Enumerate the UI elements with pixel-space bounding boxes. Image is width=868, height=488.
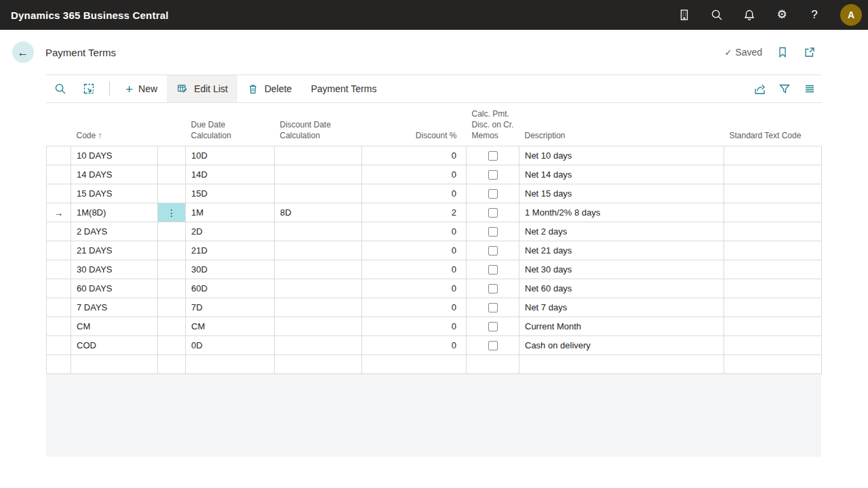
table-row[interactable]: → 30 DAYS ⋮ 30D 0 Net 30 days bbox=[47, 260, 822, 279]
calc-pmt-disc-checkbox[interactable] bbox=[488, 208, 498, 218]
back-button[interactable]: ← bbox=[12, 41, 34, 63]
table-row[interactable]: → ⋮ bbox=[47, 355, 822, 374]
cell-discount-date-calculation[interactable] bbox=[275, 279, 362, 298]
row-selector-cell[interactable]: → bbox=[47, 222, 71, 241]
calc-pmt-disc-checkbox[interactable] bbox=[488, 341, 498, 350]
filter-icon[interactable] bbox=[778, 82, 791, 96]
calc-pmt-disc-checkbox[interactable] bbox=[488, 322, 498, 331]
header-discount-date-calculation[interactable]: Discount Date Calculation bbox=[275, 108, 362, 146]
delete-button[interactable]: Delete bbox=[237, 75, 301, 102]
cell-due-date-calculation[interactable]: CM bbox=[186, 317, 275, 336]
calc-pmt-disc-checkbox[interactable] bbox=[488, 227, 498, 237]
table-row[interactable]: → 15 DAYS ⋮ 15D 0 Net 15 days bbox=[47, 184, 822, 203]
cell-discount-date-calculation[interactable] bbox=[275, 222, 362, 241]
table-row[interactable]: → 60 DAYS ⋮ 60D 0 Net 60 days bbox=[47, 279, 822, 298]
row-more-options-cell[interactable]: ⋮ bbox=[158, 241, 186, 260]
cell-due-date-calculation[interactable]: 2D bbox=[186, 222, 275, 241]
cell-standard-text-code[interactable] bbox=[724, 241, 822, 260]
cell-due-date-calculation[interactable]: 15D bbox=[186, 184, 275, 203]
cell-code[interactable]: 15 DAYS bbox=[71, 184, 158, 203]
cell-discount-date-calculation[interactable] bbox=[275, 146, 362, 165]
cell-description[interactable]: Net 21 days bbox=[519, 241, 724, 260]
new-button[interactable]: + New bbox=[116, 75, 167, 102]
row-more-options-cell[interactable]: ⋮ bbox=[158, 260, 186, 279]
calc-pmt-disc-checkbox[interactable] bbox=[488, 265, 498, 274]
cell-discount-pct[interactable]: 2 bbox=[362, 203, 467, 222]
row-selector-cell[interactable]: → bbox=[47, 336, 71, 355]
row-more-options-cell[interactable]: ⋮ bbox=[158, 165, 186, 184]
row-more-options-cell[interactable]: ⋮ bbox=[158, 298, 186, 317]
cell-code[interactable]: 2 DAYS bbox=[71, 222, 158, 241]
header-code[interactable]: Code ↑ bbox=[71, 108, 158, 146]
list-view-icon[interactable] bbox=[803, 82, 816, 96]
cell-discount-date-calculation[interactable] bbox=[275, 355, 362, 374]
table-row[interactable]: → 21 DAYS ⋮ 21D 0 Net 21 days bbox=[47, 241, 822, 260]
row-selector-cell[interactable]: → bbox=[47, 184, 71, 203]
table-row[interactable]: → 10 DAYS ⋮ 10D 0 Net 10 days bbox=[47, 146, 822, 165]
cell-discount-pct[interactable]: 0 bbox=[362, 222, 467, 241]
cell-discount-pct[interactable]: 0 bbox=[362, 165, 467, 184]
cell-description[interactable]: Net 2 days bbox=[519, 222, 724, 241]
cell-discount-date-calculation[interactable] bbox=[275, 298, 362, 317]
cell-discount-pct[interactable]: 0 bbox=[362, 298, 467, 317]
cell-discount-date-calculation[interactable] bbox=[275, 317, 362, 336]
cell-description[interactable]: Net 30 days bbox=[519, 260, 724, 279]
row-more-options-cell[interactable]: ⋮ bbox=[158, 146, 186, 165]
calc-pmt-disc-checkbox[interactable] bbox=[488, 170, 498, 180]
cell-description[interactable]: Cash on delivery bbox=[519, 336, 724, 355]
table-row[interactable]: → 1M(8D) ⋮ 1M 8D 2 1 Month/2% 8 days bbox=[47, 203, 822, 222]
cell-discount-date-calculation[interactable]: 8D bbox=[275, 203, 362, 222]
cell-standard-text-code[interactable] bbox=[724, 336, 822, 355]
row-more-options-cell[interactable]: ⋮ bbox=[158, 317, 186, 336]
row-more-options-cell[interactable]: ⋮ bbox=[158, 222, 186, 241]
header-discount-pct[interactable]: Discount % bbox=[362, 108, 467, 146]
row-more-options-cell[interactable]: ⋮ bbox=[158, 336, 186, 355]
cell-discount-date-calculation[interactable] bbox=[275, 184, 362, 203]
cell-description[interactable]: Net 15 days bbox=[519, 184, 724, 203]
cell-description[interactable]: 1 Month/2% 8 days bbox=[519, 203, 724, 222]
company-building-icon[interactable] bbox=[677, 8, 691, 22]
cell-standard-text-code[interactable] bbox=[724, 298, 822, 317]
row-selector-cell[interactable]: → bbox=[47, 298, 71, 317]
cell-code[interactable]: 21 DAYS bbox=[71, 241, 158, 260]
cell-discount-pct[interactable]: 0 bbox=[362, 279, 467, 298]
calc-pmt-disc-checkbox[interactable] bbox=[488, 303, 498, 312]
cell-description[interactable]: Current Month bbox=[519, 317, 724, 336]
row-selector-cell[interactable]: → bbox=[47, 260, 71, 279]
cell-description[interactable] bbox=[519, 355, 724, 374]
cell-due-date-calculation[interactable]: 1M bbox=[186, 203, 275, 222]
calc-pmt-disc-checkbox[interactable] bbox=[488, 151, 498, 161]
cell-discount-pct[interactable]: 0 bbox=[362, 241, 467, 260]
cell-due-date-calculation[interactable]: 30D bbox=[186, 260, 275, 279]
cell-standard-text-code[interactable] bbox=[724, 279, 822, 298]
cell-code[interactable]: CM bbox=[71, 317, 158, 336]
cell-due-date-calculation[interactable]: 10D bbox=[186, 146, 275, 165]
help-icon[interactable]: ? bbox=[808, 8, 821, 22]
cell-due-date-calculation[interactable]: 0D bbox=[186, 336, 275, 355]
search-icon[interactable] bbox=[710, 8, 724, 22]
cell-code[interactable]: 10 DAYS bbox=[71, 146, 158, 165]
cell-code[interactable]: 1M(8D) bbox=[71, 203, 158, 222]
row-selector-cell[interactable]: → bbox=[47, 203, 71, 222]
search-list-icon[interactable] bbox=[46, 75, 75, 102]
cell-code[interactable]: 30 DAYS bbox=[71, 260, 158, 279]
row-selector-cell[interactable]: → bbox=[47, 146, 71, 165]
cell-description[interactable]: Net 14 days bbox=[519, 165, 724, 184]
table-row[interactable]: → 7 DAYS ⋮ 7D 0 Net 7 days bbox=[47, 298, 822, 317]
table-row[interactable]: → 14 DAYS ⋮ 14D 0 Net 14 days bbox=[47, 165, 822, 184]
cell-code[interactable]: COD bbox=[71, 336, 158, 355]
row-more-options-cell[interactable]: ⋮ bbox=[158, 184, 186, 203]
cell-code[interactable]: 14 DAYS bbox=[71, 165, 158, 184]
table-row[interactable]: → CM ⋮ CM 0 Current Month bbox=[47, 317, 822, 336]
cell-due-date-calculation[interactable]: 60D bbox=[186, 279, 275, 298]
cell-code[interactable]: 7 DAYS bbox=[71, 298, 158, 317]
notifications-bell-icon[interactable] bbox=[743, 8, 756, 22]
analyze-icon[interactable] bbox=[75, 75, 103, 102]
cell-discount-pct[interactable]: 0 bbox=[362, 336, 467, 355]
cell-discount-date-calculation[interactable] bbox=[275, 165, 362, 184]
calc-pmt-disc-checkbox[interactable] bbox=[488, 284, 498, 293]
settings-gear-icon[interactable]: ⚙ bbox=[775, 8, 789, 22]
cell-due-date-calculation[interactable]: 21D bbox=[186, 241, 275, 260]
cell-discount-pct[interactable]: 0 bbox=[362, 146, 467, 165]
row-selector-cell[interactable]: → bbox=[47, 355, 71, 374]
